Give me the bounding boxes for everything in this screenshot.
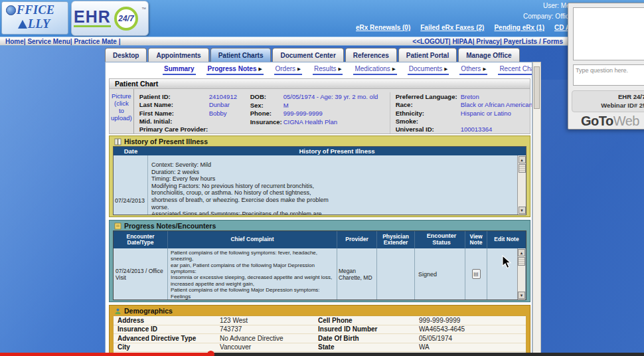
field-label: Patient ID:: [139, 93, 209, 100]
field-label: Smoke:: [396, 118, 461, 125]
insured-id-value: WA46543-4645: [419, 325, 526, 333]
logo-text-ally: LLY: [28, 17, 50, 31]
ehr-247-logo[interactable]: EHR 24/7 ™: [71, 1, 149, 36]
gotowebinar-logo: GoToWeb: [581, 114, 639, 129]
video-scrubber-handle[interactable]: [207, 351, 214, 356]
tab-patient-portal[interactable]: Patient Portal: [398, 48, 457, 62]
page-scrollbar-thumb[interactable]: [534, 66, 540, 109]
field-label: Primary Care Provider:: [139, 126, 209, 133]
privacy-link[interactable]: Privacy: [473, 38, 500, 45]
payerlists-forms-link[interactable]: PayerLists / Forms: [500, 38, 563, 45]
field-label: Phone:: [250, 110, 283, 117]
tab-document-center[interactable]: Document Center: [272, 48, 343, 62]
practice-mate-link[interactable]: Practice Mate: [70, 38, 121, 45]
state-value: WA: [419, 343, 526, 351]
question-log: [573, 7, 644, 60]
field-label: Race:: [396, 101, 461, 108]
subnav-medications[interactable]: Medications▶: [353, 64, 396, 75]
scrollbar-thumb[interactable]: [518, 257, 525, 266]
patient-info: Picture (click to upload) Patient ID:241…: [110, 89, 530, 134]
logout-link[interactable]: <<LOGOUT: [412, 38, 448, 45]
patient-col1: Patient ID:24104912 Last Name:Dunbar Fir…: [139, 92, 250, 134]
scroll-up-button[interactable]: ▲: [519, 156, 526, 163]
logo-text-office: FFICE: [17, 3, 55, 17]
subnav-orders[interactable]: Orders▶: [274, 64, 303, 75]
webinar-panel: EHR 24/7 De Webinar ID# 250-2 GoToWeb: [568, 3, 644, 130]
date-of-birth-value: 05/05/1974: [419, 335, 526, 342]
hpi-text-cell: Context: Severity: Mild Duration: 2 week…: [148, 155, 517, 215]
picture-upload-link[interactable]: Picture (click to upload): [110, 89, 134, 134]
demo-label: Insurance ID: [114, 325, 220, 333]
scroll-up-button[interactable]: ▲: [518, 249, 525, 256]
field-label: Mid. Initial:: [139, 118, 209, 125]
page-scrollbar[interactable]: [532, 62, 541, 356]
video-progress: [0, 353, 211, 356]
subnav-summary[interactable]: Summary: [163, 64, 196, 75]
subnav-recent-charts[interactable]: Recent Charts▶: [498, 64, 532, 75]
advanced-directive-value: No Advance Directive: [220, 335, 318, 342]
app-screen: FFICE LLY EHR 24/7 ™ User: Me Company: O…: [0, 0, 644, 356]
hpi-scrollbar[interactable]: ▲ ▼: [517, 155, 526, 215]
home-link[interactable]: Home: [5, 38, 24, 45]
column-header-chief-complaint: Chief Complaint: [168, 231, 337, 248]
last-name-value: Dunbar: [209, 101, 250, 108]
office-ally-logo[interactable]: FFICE LLY: [1, 1, 68, 35]
demo-label: Cell Phone: [318, 317, 419, 324]
view-note-cell: ▤: [465, 248, 487, 300]
patient-id-value: 24104912: [209, 93, 250, 100]
globe-icon: [6, 5, 16, 15]
app-header: FFICE LLY EHR 24/7 ™ User: Me Company: O…: [0, 0, 644, 37]
column-header-encounter-date: Encounter Date/Type: [114, 231, 168, 248]
column-header-edit-note: Edit Note: [487, 231, 526, 248]
view-note-button[interactable]: ▤: [472, 269, 481, 279]
physician-extender-cell: [377, 248, 415, 300]
subnav-others[interactable]: Others▶: [459, 64, 487, 75]
first-name-value: Bobby: [209, 110, 250, 117]
user-label: User: Me: [543, 2, 570, 9]
tab-manage-office[interactable]: Manage Office: [458, 48, 519, 62]
chief-complaint-cell: Patient complains of the following sympt…: [168, 248, 337, 300]
subnav-documents[interactable]: Documents▶: [408, 64, 449, 75]
tab-desktop[interactable]: Desktop: [105, 48, 147, 62]
nav-strip-left: Home Service Menu Practice Mate: [0, 38, 121, 45]
nav-strip: Home Service Menu Practice Mate <<LOGOUT…: [0, 37, 644, 46]
scroll-down-button[interactable]: ▼: [519, 207, 526, 214]
subnav-results[interactable]: Results▶: [313, 64, 343, 75]
field-label: Sex:: [250, 102, 283, 109]
video-seekbar[interactable]: [0, 353, 644, 356]
hpi-table: Date History of Present Illness 07/24/20…: [113, 146, 526, 215]
service-menu-link[interactable]: Service Menu: [24, 38, 70, 45]
demo-label: State: [318, 343, 419, 351]
city-value: Vancouver: [220, 343, 318, 351]
scrollbar-thumb[interactable]: [519, 164, 526, 173]
subnav-progress-notes[interactable]: Progress Notes▶: [206, 64, 264, 75]
erx-renewals-link[interactable]: eRx Renewals (0): [356, 24, 410, 31]
tab-references[interactable]: References: [345, 48, 397, 62]
logo-goto: GoTo: [581, 114, 613, 128]
edit-note-cell: [487, 248, 517, 300]
encounters-scrollbar[interactable]: ▲ ▼: [517, 248, 526, 300]
tab-appointments[interactable]: Appointments: [148, 48, 208, 62]
encounters-section: Progress Notes/Encounters Encounter Date…: [109, 220, 530, 302]
question-input[interactable]: [573, 64, 644, 86]
field-label: Ethnicity:: [396, 110, 461, 117]
pending-erx-link[interactable]: Pending eRx (1): [494, 24, 544, 31]
demographics-row: Advanced Directive Type No Advance Direc…: [114, 334, 526, 343]
subnav-label: Others: [461, 65, 481, 72]
cell-phone-value: 999-999-9999: [419, 317, 526, 324]
book-icon: [114, 138, 121, 145]
failed-erx-faxes-link[interactable]: Failed eRx Faxes (2): [420, 24, 484, 31]
encounter-date-cell: 07/24/2013 / Office Visit: [114, 248, 168, 300]
patient-col2: DOB:05/05/1974 - Age: 39 yr. 2 mo. old S…: [250, 92, 390, 134]
nav-strip-right: <<LOGOUT HIPAA Privacy PayerLists / Form…: [412, 38, 563, 45]
subnav-label: Progress Notes: [208, 65, 257, 72]
scroll-down-button[interactable]: ▼: [518, 292, 525, 299]
insurance-value: CIGNA Health Plan: [283, 118, 390, 126]
encounters-table-header: Encounter Date/Type Chief Complaint Prov…: [114, 231, 526, 248]
section-title-text: Demographics: [124, 307, 173, 315]
hpi-table-row: 07/24/2013 Context: Severity: Mild Durat…: [114, 155, 526, 215]
tab-patient-charts[interactable]: Patient Charts: [210, 48, 272, 62]
chevron-right-icon: ▶: [483, 66, 486, 72]
hipaa-link[interactable]: HIPAA: [449, 38, 473, 45]
demographics-section-title: Demographics: [113, 306, 526, 315]
